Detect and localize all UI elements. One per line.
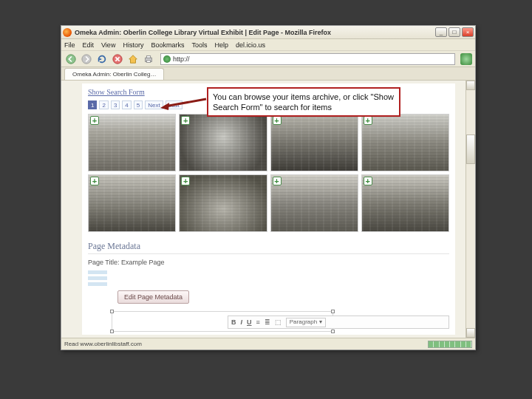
editor-toolbar: B I U ≡ ≣ ⬚ Paragraph ▾ bbox=[228, 316, 449, 329]
globe-icon bbox=[163, 55, 171, 63]
menu-help[interactable]: Help bbox=[214, 41, 228, 49]
svg-marker-7 bbox=[160, 103, 169, 110]
items-grid: + + + + + bbox=[88, 114, 449, 232]
status-text: Read www.oberlinlibstaff.com bbox=[64, 341, 142, 347]
chevron-down-icon: ▾ bbox=[319, 318, 322, 327]
item-image bbox=[180, 115, 266, 171]
add-icon[interactable]: + bbox=[364, 177, 372, 185]
editor-align-icon[interactable]: ⬚ bbox=[275, 318, 282, 326]
item-thumb-3[interactable]: + bbox=[270, 114, 358, 171]
editor-list2-icon[interactable]: ≣ bbox=[265, 318, 270, 326]
statusbar: Read www.oberlinlibstaff.com bbox=[61, 338, 475, 349]
menu-edit[interactable]: Edit bbox=[83, 41, 95, 49]
tabstrip: Omeka Admin: Oberlin Colleg… bbox=[61, 67, 475, 81]
add-icon[interactable]: + bbox=[90, 116, 99, 125]
page-title-label: Page Title: Example Page bbox=[88, 259, 449, 266]
meta-field-placeholder bbox=[88, 276, 107, 280]
editor-format-select[interactable]: Paragraph ▾ bbox=[286, 318, 326, 327]
back-button[interactable] bbox=[64, 52, 78, 66]
print-button[interactable] bbox=[142, 52, 155, 66]
pager-page-3[interactable]: 3 bbox=[111, 100, 120, 109]
reload-button[interactable] bbox=[95, 52, 109, 66]
minimize-button[interactable]: _ bbox=[435, 27, 447, 37]
page-body: Show Search Form 1 2 3 4 5 Next Last + + bbox=[82, 83, 455, 335]
resize-handle-icon[interactable] bbox=[110, 330, 114, 333]
content-area: Show Search Form 1 2 3 4 5 Next Last + + bbox=[61, 81, 475, 338]
window-title: Omeka Admin: Oberlin College Library Vir… bbox=[75, 29, 435, 36]
item-image bbox=[89, 175, 175, 231]
maximize-button[interactable]: □ bbox=[449, 27, 460, 37]
item-thumb-8[interactable]: + bbox=[361, 174, 449, 232]
page-metadata-heading: Page Metadata bbox=[88, 241, 449, 254]
nav-toolbar: http:// bbox=[61, 51, 475, 67]
callout-arrow-icon bbox=[159, 96, 208, 112]
pager-page-4[interactable]: 4 bbox=[122, 100, 131, 109]
item-image bbox=[362, 115, 449, 171]
item-thumb-4[interactable]: + bbox=[361, 114, 449, 171]
menu-delicious[interactable]: del.icio.us bbox=[236, 41, 265, 49]
add-icon[interactable]: + bbox=[181, 116, 190, 125]
item-image bbox=[89, 115, 175, 171]
go-button[interactable] bbox=[460, 53, 472, 65]
editor-underline-button[interactable]: U bbox=[247, 318, 252, 326]
tab-label: Omeka Admin: Oberlin Colleg… bbox=[72, 71, 156, 78]
home-button[interactable] bbox=[126, 52, 140, 66]
item-image bbox=[271, 175, 358, 231]
editor-format-value: Paragraph bbox=[290, 318, 317, 327]
url-bar[interactable]: http:// bbox=[160, 53, 455, 65]
meta-field-placeholder bbox=[88, 282, 107, 286]
resize-handle-icon[interactable] bbox=[331, 310, 335, 313]
add-icon[interactable]: + bbox=[181, 177, 190, 185]
menu-view[interactable]: View bbox=[101, 41, 115, 49]
add-icon[interactable]: + bbox=[273, 116, 282, 125]
scroll-up-button[interactable] bbox=[466, 81, 475, 90]
meta-field-placeholder bbox=[88, 270, 107, 274]
close-button[interactable]: × bbox=[462, 27, 474, 37]
svg-rect-5 bbox=[146, 60, 150, 62]
menu-file[interactable]: File bbox=[64, 41, 75, 49]
forward-button[interactable] bbox=[80, 52, 93, 66]
firefox-icon bbox=[63, 28, 72, 37]
add-icon[interactable]: + bbox=[90, 177, 99, 185]
vertical-scrollbar[interactable] bbox=[466, 81, 475, 338]
add-icon[interactable]: + bbox=[273, 177, 282, 185]
show-search-form-link[interactable]: Show Search Form bbox=[88, 88, 145, 96]
titlebar: Omeka Admin: Oberlin College Library Vir… bbox=[61, 26, 475, 39]
item-thumb-2[interactable]: + bbox=[179, 114, 267, 171]
pager-page-5[interactable]: 5 bbox=[134, 100, 143, 109]
scroll-thumb[interactable] bbox=[466, 134, 475, 164]
stop-button[interactable] bbox=[111, 52, 124, 66]
url-text: http:// bbox=[173, 55, 190, 63]
edit-page-metadata-button[interactable]: Edit Page Metadata bbox=[117, 290, 189, 304]
svg-point-0 bbox=[66, 54, 75, 63]
svg-line-6 bbox=[165, 99, 206, 106]
scroll-down-button[interactable] bbox=[466, 328, 475, 338]
editor-italic-button[interactable]: I bbox=[241, 318, 243, 326]
item-thumb-1[interactable]: + bbox=[88, 114, 176, 171]
svg-rect-4 bbox=[146, 55, 150, 58]
menubar: File Edit View History Bookmarks Tools H… bbox=[61, 39, 475, 51]
editor-bold-button[interactable]: B bbox=[231, 318, 236, 326]
item-thumb-6[interactable]: + bbox=[179, 174, 267, 232]
item-image bbox=[362, 175, 449, 231]
item-image bbox=[180, 175, 266, 231]
pager-page-1[interactable]: 1 bbox=[88, 100, 97, 109]
callout-text: You can browse your items archive, or cl… bbox=[213, 92, 394, 112]
progress-indicator bbox=[428, 341, 472, 348]
metadata-fields bbox=[88, 270, 449, 286]
scroll-track[interactable] bbox=[466, 90, 475, 328]
pager-page-2[interactable]: 2 bbox=[99, 100, 108, 109]
resize-handle-icon[interactable] bbox=[110, 310, 114, 313]
item-thumb-7[interactable]: + bbox=[270, 174, 358, 232]
item-image bbox=[271, 115, 358, 171]
editor-list-icon[interactable]: ≡ bbox=[256, 318, 260, 326]
svg-point-1 bbox=[82, 54, 91, 63]
add-icon[interactable]: + bbox=[364, 116, 372, 125]
item-thumb-5[interactable]: + bbox=[88, 174, 176, 232]
menu-tools[interactable]: Tools bbox=[191, 41, 207, 49]
tab-omeka-admin[interactable]: Omeka Admin: Oberlin Colleg… bbox=[64, 68, 164, 80]
instruction-callout: You can browse your items archive, or cl… bbox=[207, 87, 400, 117]
menu-history[interactable]: History bbox=[123, 41, 143, 49]
resize-handle-icon[interactable] bbox=[331, 330, 335, 333]
menu-bookmarks[interactable]: Bookmarks bbox=[151, 41, 184, 49]
